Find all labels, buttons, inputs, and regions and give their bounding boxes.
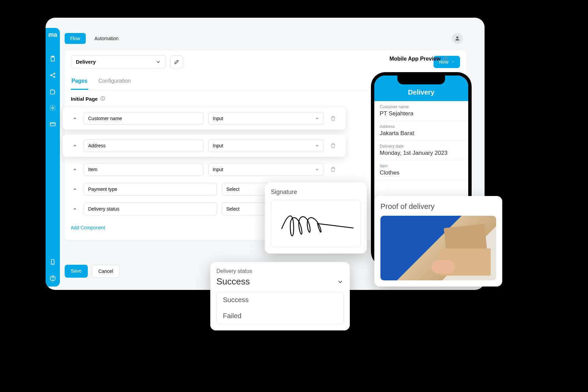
- proof-popup: Proof of delivery: [374, 196, 502, 287]
- expand-toggle[interactable]: [71, 165, 79, 174]
- preview-title: Mobile App Preview ⓘ: [389, 56, 448, 62]
- field-name-input[interactable]: [84, 163, 203, 176]
- expand-toggle[interactable]: [71, 205, 79, 213]
- svg-point-10: [53, 280, 53, 280]
- caret-down-icon: [451, 60, 455, 64]
- delete-button[interactable]: [329, 114, 338, 123]
- cancel-button[interactable]: Cancel: [92, 265, 120, 278]
- signature-popup: Signature: [265, 182, 367, 254]
- expand-toggle[interactable]: [71, 142, 79, 150]
- info-icon: ⓘ: [443, 56, 448, 62]
- field-name-input[interactable]: [84, 202, 217, 215]
- delete-button[interactable]: [329, 141, 338, 150]
- phone-field: Customer name PT Sejahtera: [374, 101, 468, 121]
- subtab-configuration[interactable]: Configuration: [98, 73, 131, 90]
- phone-notch: [397, 76, 445, 84]
- expand-toggle[interactable]: [71, 185, 79, 193]
- field-name-input[interactable]: [84, 183, 217, 196]
- share-icon[interactable]: [49, 71, 57, 79]
- status-label: Delivery status: [216, 268, 344, 274]
- signature-title: Signature: [271, 189, 361, 196]
- field-type-select[interactable]: Input: [208, 163, 324, 176]
- tab-flow[interactable]: Flow: [65, 33, 86, 44]
- field-name-input[interactable]: [84, 112, 203, 125]
- puzzle-icon[interactable]: [49, 87, 57, 96]
- page-selector-label: Delivery: [76, 59, 96, 65]
- svg-point-8: [53, 264, 53, 264]
- svg-point-2: [50, 75, 51, 76]
- field-row: Input: [63, 134, 346, 157]
- card-icon[interactable]: [49, 120, 57, 128]
- status-option[interactable]: Failed: [217, 308, 343, 324]
- topbar: Flow Automation: [65, 32, 463, 45]
- svg-point-3: [54, 73, 55, 74]
- user-avatar[interactable]: [452, 33, 463, 44]
- svg-rect-6: [50, 122, 55, 126]
- field-row: Input: [63, 107, 346, 130]
- phone-field: Item Clothes: [374, 160, 468, 180]
- edit-icon: [174, 59, 179, 65]
- phone-field: Address Jakarta Barat: [374, 121, 468, 141]
- page-selector[interactable]: Delivery: [71, 55, 166, 68]
- signature-drawing: [275, 205, 357, 242]
- sidebar: ma: [46, 28, 60, 287]
- field-type-select[interactable]: Input: [208, 139, 324, 152]
- field-type-select[interactable]: Input: [208, 112, 324, 125]
- expand-toggle[interactable]: [71, 114, 79, 122]
- status-options: Success Failed: [216, 292, 344, 324]
- delete-button[interactable]: [329, 165, 338, 174]
- chevron-down-icon: [156, 59, 161, 65]
- help-icon[interactable]: [49, 274, 57, 282]
- info-icon: ⓘ: [100, 96, 105, 102]
- signature-pad[interactable]: [271, 200, 361, 247]
- chevron-down-icon: [337, 278, 344, 285]
- save-button[interactable]: Save: [65, 265, 88, 278]
- field-name-input[interactable]: [84, 139, 203, 152]
- section-title: Initial Page: [71, 96, 98, 102]
- field-row: Input: [65, 160, 344, 179]
- edit-button[interactable]: [170, 55, 183, 68]
- phone-icon[interactable]: [49, 258, 57, 266]
- gear-icon[interactable]: [49, 104, 57, 112]
- clipboard-icon[interactable]: [49, 55, 57, 63]
- subtab-pages[interactable]: Pages: [71, 73, 88, 90]
- status-option[interactable]: Success: [217, 292, 343, 308]
- footer-actions: Save Cancel: [65, 265, 120, 278]
- tab-automation[interactable]: Automation: [89, 33, 124, 44]
- status-selected[interactable]: Success: [216, 276, 344, 290]
- brand-logo: ma: [48, 31, 57, 38]
- phone-field: Delivery date Monday, 1st January 2023: [374, 141, 468, 160]
- svg-point-4: [54, 76, 55, 77]
- proof-title: Proof of delivery: [380, 202, 496, 211]
- svg-point-5: [52, 107, 54, 109]
- status-popup: Delivery status Success Success Failed: [210, 262, 350, 330]
- proof-image: [380, 216, 496, 280]
- svg-point-11: [456, 36, 458, 38]
